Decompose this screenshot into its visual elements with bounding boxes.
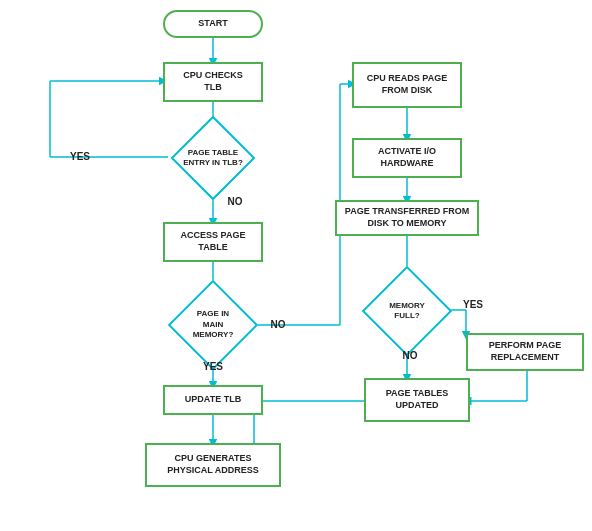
activate-io-shape: ACTIVATE I/OHARDWARE (352, 138, 462, 178)
flowchart-diagram: START CPU CHECKSTLB PAGE TABLEENTRY IN T… (0, 0, 592, 531)
cpu-checks-tlb-shape: CPU CHECKSTLB (163, 62, 263, 102)
no-label-tlb: NO (220, 193, 250, 209)
arrows-svg (0, 0, 592, 531)
cpu-checks-tlb-label: CPU CHECKSTLB (183, 70, 243, 93)
page-transferred-shape: PAGE TRANSFERRED FROMDISK TO MEMORY (335, 200, 479, 236)
yes-label-tlb: YES (60, 148, 100, 164)
update-tlb-label: UPDATE TLB (185, 394, 241, 406)
yes-label-memory-full: YES (455, 296, 491, 312)
memory-full-diamond: MEMORYFULL? (362, 278, 452, 344)
access-page-table-shape: ACCESS PAGETABLE (163, 222, 263, 262)
page-in-main-memory-diamond: PAGE INMAINMEMORY? (168, 292, 258, 358)
no-label-memory-full: NO (395, 347, 425, 363)
yes-label-main-mem: YES (195, 358, 231, 374)
start-label: START (198, 18, 227, 30)
page-table-entry-diamond: PAGE TABLEENTRY IN TLB? (168, 128, 258, 188)
perform-page-replacement-shape: PERFORM PAGEREPLACEMENT (466, 333, 584, 371)
start-shape: START (163, 10, 263, 38)
cpu-generates-shape: CPU GENERATESPHYSICAL ADDRESS (145, 443, 281, 487)
access-page-table-label: ACCESS PAGETABLE (181, 230, 246, 253)
perform-page-replacement-label: PERFORM PAGEREPLACEMENT (489, 340, 561, 363)
page-tables-updated-shape: PAGE TABLESUPDATED (364, 378, 470, 422)
cpu-reads-disk-label: CPU READS PAGEFROM DISK (367, 73, 447, 96)
cpu-generates-label: CPU GENERATESPHYSICAL ADDRESS (167, 453, 259, 476)
cpu-reads-disk-shape: CPU READS PAGEFROM DISK (352, 62, 462, 108)
page-tables-updated-label: PAGE TABLESUPDATED (386, 388, 449, 411)
page-transferred-label: PAGE TRANSFERRED FROMDISK TO MEMORY (345, 206, 469, 229)
update-tlb-shape: UPDATE TLB (163, 385, 263, 415)
activate-io-label: ACTIVATE I/OHARDWARE (378, 146, 436, 169)
no-label-main-mem: NO (263, 316, 293, 332)
